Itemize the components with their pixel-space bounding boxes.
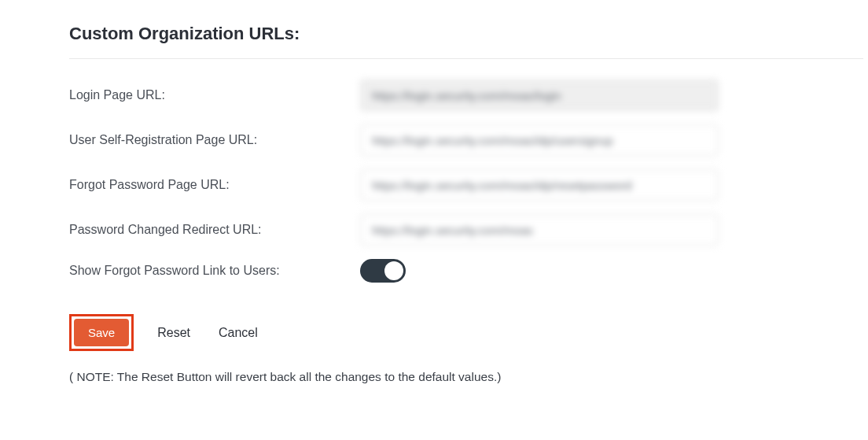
label-redirect-url: Password Changed Redirect URL: bbox=[69, 223, 360, 237]
row-redirect-url: Password Changed Redirect URL: bbox=[69, 214, 844, 246]
row-login-url: Login Page URL: bbox=[69, 79, 844, 111]
action-bar: Save Reset Cancel bbox=[69, 314, 844, 351]
input-login-url[interactable] bbox=[360, 79, 719, 111]
row-forgot-url: Forgot Password Page URL: bbox=[69, 169, 844, 201]
reset-button[interactable]: Reset bbox=[153, 320, 195, 346]
save-button[interactable]: Save bbox=[74, 319, 129, 346]
label-signup-url: User Self-Registration Page URL: bbox=[69, 133, 360, 147]
toggle-knob bbox=[384, 261, 403, 280]
input-forgot-url[interactable] bbox=[360, 169, 719, 201]
label-show-forgot-link: Show Forgot Password Link to Users: bbox=[69, 264, 360, 278]
save-button-highlight: Save bbox=[69, 314, 134, 351]
row-signup-url: User Self-Registration Page URL: bbox=[69, 124, 844, 156]
cancel-button[interactable]: Cancel bbox=[214, 320, 263, 346]
input-signup-url[interactable] bbox=[360, 124, 719, 156]
note-text: ( NOTE: The Reset Button will revert bac… bbox=[69, 370, 844, 384]
label-login-url: Login Page URL: bbox=[69, 88, 360, 102]
section-title: Custom Organization URLs: bbox=[69, 24, 844, 44]
settings-section: Custom Organization URLs: Login Page URL… bbox=[0, 24, 868, 384]
input-redirect-url[interactable] bbox=[360, 214, 719, 246]
label-forgot-url: Forgot Password Page URL: bbox=[69, 178, 360, 192]
toggle-show-forgot-link[interactable] bbox=[360, 259, 406, 283]
row-show-forgot-link: Show Forgot Password Link to Users: bbox=[69, 259, 844, 283]
divider bbox=[69, 58, 863, 59]
